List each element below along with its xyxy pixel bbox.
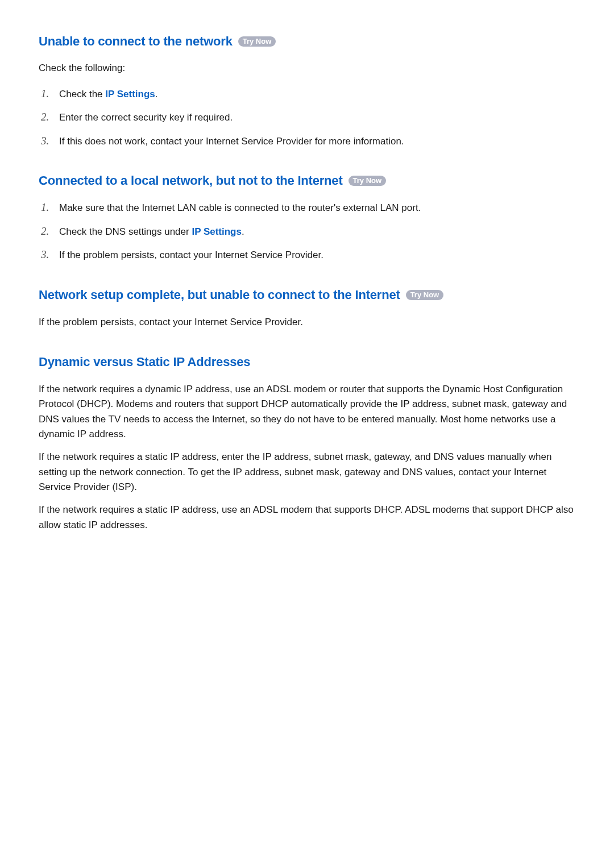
paragraph: If the network requires a static IP addr… <box>39 450 575 495</box>
ip-settings-link[interactable]: IP Settings <box>105 89 155 99</box>
section-title: Dynamic versus Static IP Addresses <box>39 355 250 369</box>
list-item: Check the IP Settings. <box>39 87 575 102</box>
steps-list: Check the IP Settings. Enter the correct… <box>39 87 575 149</box>
section-lead: Check the following: <box>39 61 575 76</box>
list-text-post: . <box>155 89 158 99</box>
list-text-pre: If this does not work, contact your Inte… <box>59 136 404 147</box>
paragraph: If the network requires a dynamic IP add… <box>39 382 575 442</box>
list-text-post: . <box>242 226 244 237</box>
section-dynamic-vs-static: Dynamic versus Static IP Addresses If th… <box>39 355 575 533</box>
try-now-badge[interactable]: Try Now <box>238 36 276 47</box>
list-item: Enter the correct security key if requir… <box>39 110 575 125</box>
try-now-badge[interactable]: Try Now <box>349 176 387 186</box>
section-header: Unable to connect to the network Try Now <box>39 34 575 49</box>
list-text-pre: If the problem persists, contact your In… <box>59 250 323 260</box>
list-item: If the problem persists, contact your In… <box>39 248 575 263</box>
paragraph: If the problem persists, contact your In… <box>39 315 575 330</box>
list-text-pre: Make sure that the Internet LAN cable is… <box>59 202 421 213</box>
ip-settings-link[interactable]: IP Settings <box>192 226 242 237</box>
list-text-pre: Check the DNS settings under <box>59 226 192 237</box>
paragraph: If the network requires a static IP addr… <box>39 502 575 533</box>
section-header: Network setup complete, but unable to co… <box>39 288 575 302</box>
list-item: Check the DNS settings under IP Settings… <box>39 225 575 239</box>
list-text-pre: Check the <box>59 89 105 99</box>
page: Unable to connect to the network Try Now… <box>0 0 614 868</box>
section-header: Connected to a local network, but not to… <box>39 173 575 188</box>
section-local-not-internet: Connected to a local network, but not to… <box>39 173 575 263</box>
steps-list: Make sure that the Internet LAN cable is… <box>39 201 575 263</box>
section-title: Network setup complete, but unable to co… <box>39 288 400 302</box>
section-setup-complete-no-internet: Network setup complete, but unable to co… <box>39 288 575 330</box>
section-title: Unable to connect to the network <box>39 34 233 49</box>
list-item: Make sure that the Internet LAN cable is… <box>39 201 575 215</box>
list-text-pre: Enter the correct security key if requir… <box>59 112 233 123</box>
section-unable-to-connect: Unable to connect to the network Try Now… <box>39 34 575 148</box>
section-title: Connected to a local network, but not to… <box>39 173 343 188</box>
list-item: If this does not work, contact your Inte… <box>39 134 575 149</box>
section-header: Dynamic versus Static IP Addresses <box>39 355 575 369</box>
try-now-badge[interactable]: Try Now <box>406 290 444 300</box>
